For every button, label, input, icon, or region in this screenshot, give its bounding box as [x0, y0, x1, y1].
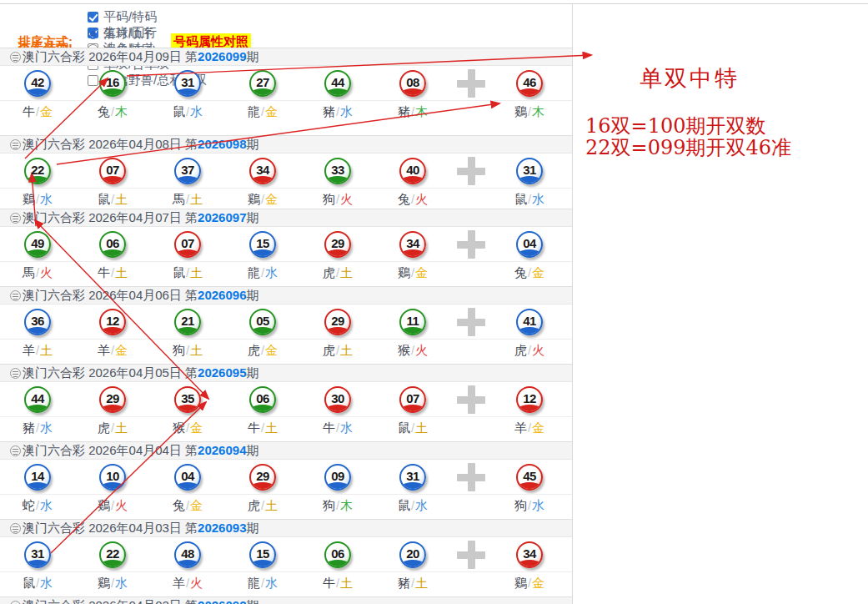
- zodiac-text: 牛: [248, 420, 260, 435]
- ball-label: 豬/木: [375, 104, 450, 120]
- ball-number: 45: [518, 469, 541, 483]
- ball-number: 31: [518, 163, 541, 177]
- zodiac-text: 羊: [514, 420, 527, 435]
- sort-option-0[interactable]: 落球顺序: [88, 26, 153, 42]
- element-text: 金: [265, 192, 278, 206]
- lottery-ball: 29: [324, 309, 351, 335]
- ball-row-divider: [0, 339, 572, 340]
- zodiac-text: 兔: [398, 192, 410, 206]
- draw-date: 2026年04月05日: [88, 365, 185, 380]
- element-text: 金: [190, 420, 203, 435]
- period-prefix: 第: [185, 49, 198, 63]
- draw-name: 澳门六合彩: [23, 521, 88, 535]
- element-text: 土: [115, 265, 128, 279]
- element-text: 金: [265, 104, 278, 118]
- special-ball: 46: [516, 70, 543, 97]
- ball-row-divider: [0, 571, 572, 572]
- checkbox-icon[interactable]: [88, 12, 98, 23]
- lottery-ball: 29: [249, 464, 276, 491]
- ball-number: 06: [326, 546, 349, 561]
- ball-number: 44: [326, 75, 349, 89]
- zodiac-text: 馬: [23, 265, 35, 279]
- draw-header: 澳门六合彩 2026年04月07日 第2026097期: [0, 209, 572, 227]
- zodiac-text: 兔: [173, 498, 185, 512]
- ball-label: 牛/水: [300, 420, 375, 436]
- lottery-ball: 40: [399, 158, 426, 184]
- plus-icon: [457, 463, 485, 491]
- draw-date: 2026年04月07日: [88, 210, 185, 224]
- ball-label: 虎/火: [492, 343, 567, 359]
- element-text: 木: [532, 104, 544, 118]
- zodiac-text: 狗: [514, 498, 527, 512]
- draw-date: 2026年04月09日: [88, 49, 185, 63]
- zodiac-text: 鼠: [514, 192, 527, 206]
- element-text: 水: [40, 420, 53, 435]
- ball-number: 27: [251, 75, 274, 89]
- lottery-ball: 34: [399, 231, 426, 258]
- period-suffix: 期: [246, 365, 258, 380]
- ball-label: 兔/火: [375, 192, 450, 208]
- ball-label: 羊/金: [492, 420, 567, 436]
- ball-label: 龍/水: [225, 576, 300, 591]
- element-text: 水: [115, 576, 128, 590]
- ball-number: 06: [101, 236, 124, 250]
- ball-number: 34: [518, 546, 541, 561]
- ball-label: 鼠/土: [150, 265, 225, 281]
- ball-number: 07: [176, 236, 199, 250]
- zodiac-text: 蛇: [23, 498, 35, 512]
- zodiac-text: 鼠: [398, 498, 410, 512]
- ball-label: 猴/火: [375, 343, 450, 359]
- ball-label: 鼠/土: [75, 192, 150, 208]
- element-text: 水: [265, 576, 278, 590]
- ball-label: 虎/土: [225, 498, 300, 514]
- zodiac-text: 鼠: [23, 576, 35, 590]
- secret-icon: [10, 523, 21, 534]
- ball-number: 07: [101, 163, 124, 177]
- ball-number: 22: [26, 163, 49, 177]
- zodiac-text: 鼠: [173, 265, 185, 279]
- ball-label: 猴/金: [150, 420, 225, 436]
- zodiac-text: 牛: [323, 420, 335, 435]
- radio-icon[interactable]: [88, 28, 98, 39]
- ball-number: 31: [401, 469, 424, 483]
- ball-number: 36: [26, 314, 49, 328]
- draw-header: 澳门六合彩 2026年04月02日 第2026092期: [0, 596, 572, 604]
- period-suffix: 期: [246, 288, 258, 302]
- ball-label: 虎/土: [300, 265, 375, 281]
- element-text: 土: [265, 498, 278, 512]
- ball-number: 04: [176, 469, 199, 483]
- draw-name: 澳门六合彩: [23, 598, 88, 604]
- special-ball: 41: [516, 309, 543, 335]
- ball-row-divider: [0, 100, 572, 101]
- element-text: 土: [40, 343, 53, 357]
- special-ball: 45: [516, 464, 543, 491]
- period-number: 2026098: [198, 137, 246, 151]
- lottery-ball: 31: [24, 541, 51, 568]
- period-prefix: 第: [185, 598, 198, 604]
- plus-icon: [457, 230, 485, 259]
- ball-label: 豬/水: [300, 104, 375, 120]
- zodiac-text: 龍: [248, 576, 260, 590]
- zodiac-text: 豬: [398, 576, 410, 590]
- zodiac-text: 虎: [98, 420, 110, 435]
- period-number: 2026099: [198, 49, 246, 63]
- draw-date: 2026年04月06日: [88, 288, 185, 302]
- annotation-title: 单双中特: [640, 63, 740, 93]
- zodiac-text: 牛: [23, 104, 35, 118]
- ball-label: 龍/金: [225, 104, 300, 120]
- ball-label: 鷄/木: [492, 104, 567, 120]
- element-text: 木: [415, 104, 428, 118]
- lottery-ball: 12: [99, 309, 126, 335]
- ball-label: 羊/土: [0, 343, 75, 359]
- element-text: 火: [115, 498, 128, 512]
- zodiac-text: 虎: [248, 498, 260, 512]
- checkbox-icon[interactable]: [88, 75, 98, 86]
- element-text: 金: [40, 104, 53, 118]
- element-text: 火: [415, 192, 428, 206]
- ball-row-divider: [0, 261, 572, 262]
- ball-label: 鼠/土: [375, 420, 450, 436]
- zodiac-text: 狗: [323, 192, 335, 206]
- lottery-ball: 06: [249, 386, 276, 413]
- view-option-0[interactable]: 平码/特码: [88, 9, 207, 25]
- lottery-ball: 27: [249, 70, 276, 97]
